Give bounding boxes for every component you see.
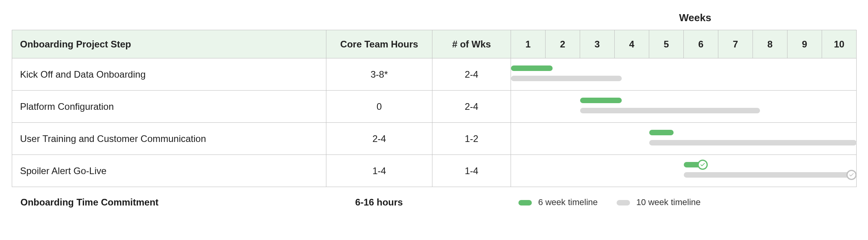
gantt-bar-10week [511,76,622,81]
summary-hours: 6-16 hours [326,197,432,208]
gantt-bar-10week [684,172,857,178]
legend-item-gray: 10 week timeline [617,197,701,207]
col-header-week-3: 3 [580,30,615,58]
gantt-bar-10week [580,108,760,113]
cell-wks: 2-4 [432,58,511,91]
table-row: Kick Off and Data Onboarding3-8*2-4 [12,58,857,91]
legend-text-green: 6 week timeline [538,197,598,207]
cell-hours: 2-4 [326,123,432,155]
cell-hours: 1-4 [326,155,432,187]
legend-chip-green [518,200,532,205]
gantt-bar-10week [649,140,857,145]
legend-item-green: 6 week timeline [518,197,598,207]
check-circle-icon [846,170,857,180]
col-header-week-5: 5 [649,30,684,58]
legend-chip-gray [617,200,630,205]
col-header-wks: # of Wks [432,30,511,58]
table-row: Spoiler Alert Go-Live1-41-4 [12,155,857,187]
cell-hours: 3-8* [326,58,432,91]
cell-gantt [511,58,857,91]
cell-hours: 0 [326,91,432,123]
col-header-week-10: 10 [822,30,857,58]
col-header-week-9: 9 [787,30,822,58]
cell-wks: 2-4 [432,91,511,123]
table-row: User Training and Customer Communication… [12,123,857,155]
cell-gantt [511,123,857,155]
weeks-heading: Weeks [12,12,856,27]
legend: 6 week timeline 10 week timeline [518,197,701,207]
cell-step: User Training and Customer Communication [12,123,326,155]
table-row: Platform Configuration02-4 [12,91,857,123]
col-header-week-6: 6 [684,30,718,58]
col-header-week-8: 8 [753,30,787,58]
summary-label: Onboarding Time Commitment [12,197,326,208]
legend-text-gray: 10 week timeline [636,197,701,207]
gantt-bar-6week [580,98,622,103]
cell-gantt [511,91,857,123]
weeks-heading-text: Weeks [679,12,711,24]
cell-step: Platform Configuration [12,91,326,123]
onboarding-gantt-table: Onboarding Project Step Core Team Hours … [12,30,857,187]
cell-step: Spoiler Alert Go-Live [12,155,326,187]
gantt-bar-6week [511,65,553,71]
check-circle-icon [698,160,708,170]
col-header-week-7: 7 [718,30,753,58]
col-header-hours: Core Team Hours [326,30,432,58]
cell-gantt [511,155,857,187]
summary-row: Onboarding Time Commitment 6-16 hours 6 … [12,191,856,214]
col-header-week-2: 2 [546,30,580,58]
header-row: Onboarding Project Step Core Team Hours … [12,30,857,58]
cell-step: Kick Off and Data Onboarding [12,58,326,91]
cell-wks: 1-4 [432,155,511,187]
gantt-bar-6week [649,130,674,135]
col-header-week-1: 1 [511,30,546,58]
col-header-step: Onboarding Project Step [12,30,326,58]
cell-wks: 1-2 [432,123,511,155]
col-header-week-4: 4 [615,30,649,58]
